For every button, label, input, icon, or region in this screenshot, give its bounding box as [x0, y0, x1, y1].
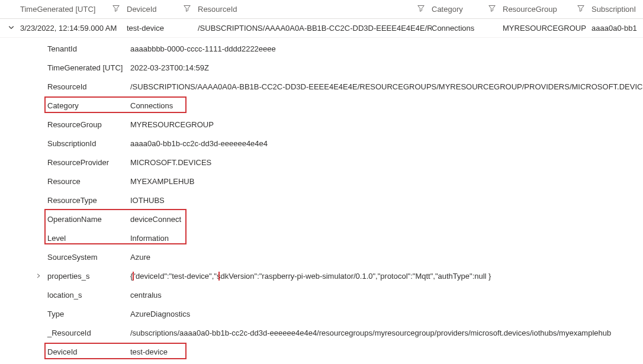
filter-icon[interactable]: [184, 5, 191, 14]
detail-key: Resource: [47, 177, 130, 186]
detail-key: ResourceType: [47, 196, 130, 205]
detail-value: IOTHUBS: [130, 196, 643, 205]
col-label: DeviceId: [127, 5, 157, 14]
summary-rg: MYRESOURCEGROUP: [503, 24, 591, 33]
detail-key: SubscriptionId: [47, 139, 130, 148]
col-label: SubscriptionI: [591, 5, 636, 14]
highlight-box: [44, 96, 187, 113]
summary-category: Connections: [432, 24, 503, 33]
summary-time: 3/23/2022, 12:14:59.000 AM: [20, 24, 127, 33]
col-header-category[interactable]: Category: [432, 5, 503, 14]
summary-sub: aaaa0a0-bb1: [591, 24, 643, 33]
detail-row-operationname: OperationName deviceConnect: [47, 210, 643, 228]
col-header-device[interactable]: DeviceId: [127, 5, 198, 14]
detail-row-_resourceid: _ResourceId /subscriptions/aaaa0a0-bb1b-…: [47, 323, 643, 342]
detail-value: MYRESOURCEGROUP: [130, 120, 643, 129]
detail-key: ResourceProvider: [47, 158, 130, 167]
detail-row-location: location_s centralus: [47, 285, 643, 304]
detail-row-sourcesystem: SourceSystem Azure: [47, 247, 643, 266]
detail-row-resource: Resource MYEXAMPLEHUB: [47, 172, 643, 191]
col-label: ResourceGroup: [503, 5, 557, 14]
detail-key: ResourceGroup: [47, 120, 130, 129]
filter-icon[interactable]: [488, 5, 496, 14]
detail-value: Information: [130, 234, 643, 243]
detail-key: Type: [47, 310, 130, 318]
details-panel: TenantId aaaabbbb-0000-cccc-1111-dddd222…: [0, 38, 643, 361]
detail-key: SourceSystem: [47, 253, 130, 262]
summary-row[interactable]: 3/23/2022, 12:14:59.000 AM test-device /…: [0, 19, 643, 38]
detail-row-subscriptionid: SubscriptionId aaaa0a0-bb1b-cc2c-dd3d-ee…: [47, 134, 643, 153]
props-rest: ,"sdkVersion":"raspberry-pi-web-simulato…: [212, 272, 491, 281]
chevron-down-icon[interactable]: [2, 24, 20, 33]
detail-key: TimeGenerated [UTC]: [47, 63, 130, 72]
detail-row-properties: properties_s {"deviceId":"test-device","…: [47, 266, 643, 285]
summary-resource: /SUBSCRIPTIONS/AAAA0A0A-BB1B-CC2C-DD3D-E…: [198, 24, 432, 33]
detail-key: properties_s: [47, 272, 130, 281]
col-label: ResourceId: [198, 5, 237, 14]
summary-device: test-device: [127, 24, 198, 33]
detail-value: {"deviceId":"test-device","sdkVersion":"…: [130, 272, 643, 281]
detail-row-category: Category Connections: [47, 96, 643, 115]
detail-row-timegenerated: TimeGenerated [UTC] 2022-03-23T00:14:59Z: [47, 58, 643, 77]
detail-key: ResourceId: [47, 82, 130, 91]
detail-value: centralus: [130, 291, 643, 299]
detail-value: aaaa0a0-bb1b-cc2c-dd3d-eeeeee4e4e4: [130, 139, 643, 148]
highlight-box: [44, 343, 187, 359]
detail-row-deviceid: DeviceId test-device: [47, 342, 643, 361]
filter-icon[interactable]: [417, 5, 425, 14]
col-header-time[interactable]: TimeGenerated [UTC]: [20, 5, 127, 14]
detail-key: Level: [47, 234, 130, 243]
detail-value: /SUBSCRIPTIONS/AAAA0A0A-BB1B-CC2C-DD3D-E…: [130, 82, 643, 91]
detail-row-level: Level Information: [47, 228, 643, 247]
detail-value: Azure: [130, 253, 643, 262]
detail-key: TenantId: [47, 44, 130, 53]
detail-value: aaaabbbb-0000-cccc-1111-dddd2222eeee: [130, 44, 643, 53]
detail-value: 2022-03-23T00:14:59Z: [130, 63, 643, 72]
detail-value: MYEXAMPLEHUB: [130, 177, 643, 186]
filter-icon[interactable]: [577, 5, 584, 14]
detail-value: deviceConnect: [130, 215, 643, 224]
detail-value: /subscriptions/aaaa0a0-bb1b-cc2c-dd3d-ee…: [130, 328, 643, 337]
col-label: Category: [432, 5, 463, 14]
detail-row-resourcetype: ResourceType IOTHUBS: [47, 191, 643, 210]
table-header: TimeGenerated [UTC] DeviceId ResourceId …: [0, 0, 643, 19]
detail-row-type: Type AzureDiagnostics: [47, 304, 643, 323]
detail-key: _ResourceId: [47, 328, 130, 337]
detail-value: MICROSOFT.DEVICES: [130, 158, 643, 167]
chevron-right-icon[interactable]: [30, 272, 47, 281]
detail-value: Connections: [130, 101, 643, 110]
col-header-rg[interactable]: ResourceGroup: [503, 5, 591, 14]
detail-row-resourcegroup: ResourceGroup MYRESOURCEGROUP: [47, 115, 643, 134]
detail-value: AzureDiagnostics: [130, 310, 643, 318]
col-label: TimeGenerated [UTC]: [20, 5, 95, 14]
col-header-sub[interactable]: SubscriptionI: [591, 5, 643, 14]
detail-row-tenantid: TenantId aaaabbbb-0000-cccc-1111-dddd222…: [47, 39, 643, 58]
detail-row-resourceprovider: ResourceProvider MICROSOFT.DEVICES: [47, 153, 643, 172]
detail-row-resourceid: ResourceId /SUBSCRIPTIONS/AAAA0A0A-BB1B-…: [47, 77, 643, 96]
highlight-box: [133, 272, 220, 281]
col-header-resource[interactable]: ResourceId: [198, 5, 432, 14]
detail-value: test-device: [130, 347, 643, 356]
filter-icon[interactable]: [112, 5, 120, 14]
detail-key: location_s: [47, 291, 130, 299]
